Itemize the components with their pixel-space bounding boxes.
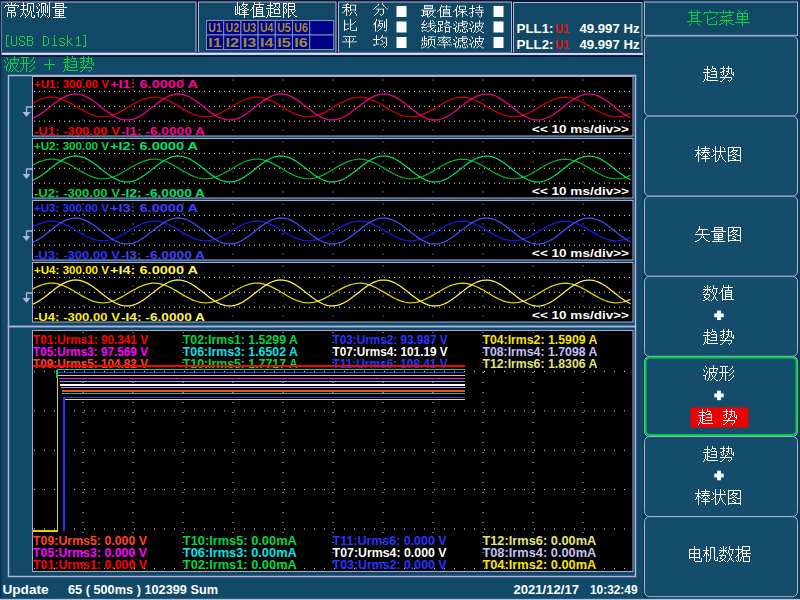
svg-text:U1: U1 (555, 21, 569, 36)
svg-text:10:32:49: 10:32:49 (590, 582, 638, 597)
svg-text:+U1: 300.00 V: +U1: 300.00 V (34, 78, 109, 90)
svg-text:PLL2:: PLL2: (517, 37, 554, 52)
svg-text:U6: U6 (294, 21, 308, 35)
svg-text:T09:Urms5: 104.82 V: T09:Urms5: 104.82 V (33, 356, 148, 371)
svg-text:I3: I3 (243, 36, 257, 50)
svg-text:-U1: -300.00 V: -U1: -300.00 V (34, 125, 120, 137)
svg-text:-I4: -6.0000 A: -I4: -6.0000 A (121, 311, 205, 323)
svg-text:49.997 Hz: 49.997 Hz (580, 21, 641, 36)
svg-text:2021/12/17: 2021/12/17 (514, 582, 580, 597)
svg-text:T10:Irms5: 1.7717 A: T10:Irms5: 1.7717 A (183, 356, 299, 371)
svg-text:U1: U1 (555, 37, 569, 52)
svg-text:-U2: -300.00 V: -U2: -300.00 V (34, 187, 120, 199)
svg-text:T11:Urms6: 108.41 V: T11:Urms6: 108.41 V (333, 356, 448, 371)
svg-text:-I2: -6.0000 A: -I2: -6.0000 A (121, 187, 205, 199)
svg-text:I5: I5 (277, 36, 291, 50)
svg-text:I4: I4 (260, 36, 274, 50)
svg-text:+I4: 6.0000 A: +I4: 6.0000 A (110, 264, 198, 276)
svg-text:U1: U1 (208, 21, 222, 35)
svg-text:Update: Update (3, 582, 49, 597)
svg-text:U5: U5 (277, 21, 291, 35)
svg-text:+U4: 300.00 V: +U4: 300.00 V (34, 264, 109, 276)
svg-text:+U2: 300.00 V: +U2: 300.00 V (34, 140, 109, 152)
svg-text:-U3: -300.00 V: -U3: -300.00 V (34, 249, 120, 261)
svg-text:T03:Urms2: 0.000 V: T03:Urms2: 0.000 V (333, 557, 447, 572)
svg-text:T12:Irms6: 1.8306 A: T12:Irms6: 1.8306 A (482, 356, 598, 371)
svg-text:-I3: -6.0000 A: -I3: -6.0000 A (121, 249, 205, 261)
svg-text:PLL1:: PLL1: (517, 21, 554, 36)
svg-text:+U3: 300.00 V: +U3: 300.00 V (34, 202, 109, 214)
svg-text:+I3: 6.0000 A: +I3: 6.0000 A (110, 202, 198, 214)
svg-text:I1: I1 (208, 36, 222, 50)
svg-text:I6: I6 (294, 36, 308, 50)
svg-text:-U4: -300.00 V: -U4: -300.00 V (34, 311, 120, 323)
svg-text:-I1: -6.0000 A: -I1: -6.0000 A (121, 125, 205, 137)
svg-text:+I2: 6.0000 A: +I2: 6.0000 A (110, 140, 198, 152)
svg-text:49.997 Hz: 49.997 Hz (580, 37, 641, 52)
svg-text:U2: U2 (226, 21, 240, 35)
svg-text:<< 10 ms/div>>: << 10 ms/div>> (532, 123, 629, 135)
svg-text:I2: I2 (226, 36, 240, 50)
svg-text:T04:Irms2: 0.00mA: T04:Irms2: 0.00mA (482, 557, 597, 572)
svg-text:65 ( 500ms ) 102399 Sum: 65 ( 500ms ) 102399 Sum (68, 582, 218, 597)
svg-text:<< 10 ms/div>>: << 10 ms/div>> (532, 185, 629, 197)
svg-text:U3: U3 (243, 21, 257, 35)
svg-text:+I1: 6.0000 A: +I1: 6.0000 A (110, 78, 198, 90)
svg-text:<< 10 ms/div>>: << 10 ms/div>> (532, 309, 629, 321)
svg-text:<< 10 ms/div>>: << 10 ms/div>> (532, 247, 629, 259)
svg-text:T02:Irms1: 0.00mA: T02:Irms1: 0.00mA (183, 557, 298, 572)
svg-text:U4: U4 (260, 21, 274, 35)
svg-text:T01:Urms1: 0.000 V: T01:Urms1: 0.000 V (33, 557, 147, 572)
